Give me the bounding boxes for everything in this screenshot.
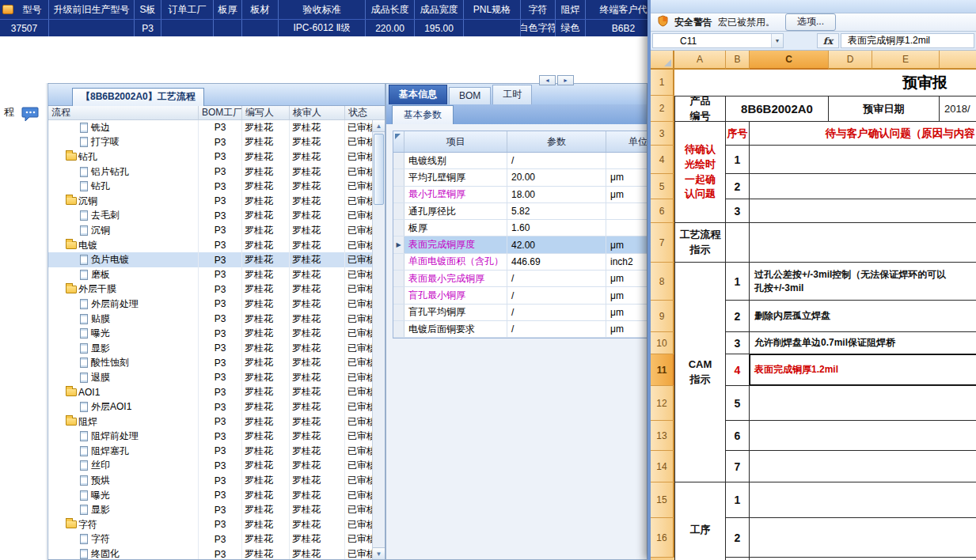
- tree-row-auditor-cell[interactable]: 罗桂花: [290, 444, 345, 459]
- tree-row-auditor-cell[interactable]: 罗桂花: [290, 179, 345, 194]
- param-item-cell[interactable]: 平均孔壁铜厚: [404, 169, 507, 185]
- params-header-item[interactable]: 项目: [404, 131, 507, 152]
- row-indicator[interactable]: [393, 153, 404, 168]
- tree-row-status-cell[interactable]: 已审核: [345, 459, 372, 474]
- tree-row-writer-cell[interactable]: 罗桂花: [242, 532, 290, 547]
- tree-row[interactable]: 沉铜 P3 罗桂花 罗桂花 已审核: [48, 223, 372, 238]
- param-value-cell[interactable]: /: [507, 287, 606, 303]
- row-indicator[interactable]: [393, 203, 404, 219]
- param-row[interactable]: 电镀线别 /: [393, 153, 648, 169]
- tree-row-factory-cell[interactable]: P3: [199, 267, 242, 282]
- tree-row-factory-cell[interactable]: P3: [199, 399, 242, 414]
- tree-row-writer-cell[interactable]: 罗桂花: [242, 399, 290, 414]
- tree-row-status-cell[interactable]: 已审核: [345, 547, 372, 559]
- tree-column-header[interactable]: 核审人: [290, 106, 345, 119]
- tree-row-factory-cell[interactable]: P3: [199, 385, 242, 400]
- confirm-text-cell[interactable]: [750, 199, 976, 223]
- tree-row-name-cell[interactable]: 酸性蚀刻: [48, 356, 199, 371]
- tree-row-auditor-cell[interactable]: 罗桂花: [290, 209, 345, 224]
- tree-row-factory-cell[interactable]: P3: [199, 238, 242, 253]
- product-label-cell[interactable]: 产品 编号: [674, 96, 726, 122]
- param-item-cell[interactable]: 表面最小完成铜厚: [404, 271, 507, 286]
- tree-row-name-cell[interactable]: 退膜: [48, 370, 199, 385]
- tree-row-name-cell[interactable]: 外层前处理: [48, 297, 199, 312]
- seq-header-cell[interactable]: 序号: [726, 122, 750, 146]
- tree-row-auditor-cell[interactable]: 罗桂花: [290, 120, 345, 135]
- toolbar-column-header[interactable]: 订单工厂: [161, 0, 214, 19]
- param-value-cell[interactable]: 42.00: [507, 236, 606, 252]
- param-item-cell[interactable]: 电镀线别: [404, 153, 507, 168]
- param-row[interactable]: 盲孔平均铜厚 / μm: [393, 305, 648, 321]
- excel-row-header[interactable]: 12: [651, 386, 674, 421]
- cam-text-cell[interactable]: 过孔公差按+/-3mil控制（无法保证焊环的可以 孔按+/-3mil: [750, 263, 976, 301]
- param-row[interactable]: 单面电镀面积（含孔） 446.69 inch2: [393, 254, 648, 271]
- row-indicator[interactable]: [393, 220, 404, 236]
- toolbar-value-cell[interactable]: [161, 20, 214, 36]
- sheet-title-cell[interactable]: 预审报: [674, 70, 976, 96]
- excel-row-header[interactable]: 15: [651, 482, 674, 518]
- tree-row-name-cell[interactable]: 丝印: [48, 459, 199, 474]
- tree-row-status-cell[interactable]: 已审核: [345, 326, 372, 341]
- tree-row-writer-cell[interactable]: 罗桂花: [242, 135, 290, 150]
- tree-row-writer-cell[interactable]: 罗桂花: [242, 282, 290, 297]
- toolbar-column-header[interactable]: 成品长度: [366, 0, 415, 19]
- param-unit-cell[interactable]: [606, 203, 648, 219]
- tree-row-name-cell[interactable]: 外层AOI1: [48, 399, 199, 414]
- gongxu-text-cell[interactable]: [750, 482, 976, 518]
- excel-row-header[interactable]: 10: [651, 332, 674, 354]
- toolbar-value-cell[interactable]: IPC-6012 Ⅱ级: [279, 20, 366, 36]
- tree-row-name-cell[interactable]: 负片电镀: [48, 252, 199, 267]
- param-unit-cell[interactable]: μm: [606, 236, 648, 252]
- issues-header-cell[interactable]: 待与客户确认问题（原因与内容）: [750, 122, 976, 146]
- toolbar-column-header[interactable]: 板材: [242, 0, 279, 19]
- params-header-value[interactable]: 参数: [507, 131, 606, 152]
- excel-row-header[interactable]: 9: [651, 301, 674, 332]
- param-item-cell[interactable]: 盲孔平均铜厚: [404, 305, 507, 320]
- excel-column-header[interactable]: E: [872, 51, 940, 70]
- tree-row-factory-cell[interactable]: P3: [199, 252, 242, 267]
- tree-row-writer-cell[interactable]: 罗桂花: [242, 473, 290, 488]
- tree-row-factory-cell[interactable]: P3: [199, 547, 242, 559]
- tree-row-name-cell[interactable]: 终固化: [48, 547, 199, 559]
- tree-row-status-cell[interactable]: 已审核: [345, 238, 372, 253]
- param-value-cell[interactable]: /: [507, 153, 606, 168]
- tree-row-factory-cell[interactable]: P3: [199, 297, 242, 312]
- tree-row-auditor-cell[interactable]: 罗桂花: [290, 517, 345, 532]
- tree-row-factory-cell[interactable]: P3: [199, 194, 242, 209]
- tree-row[interactable]: 阻焊 P3 罗桂花 罗桂花 已审核: [48, 414, 372, 429]
- tree-row-name-cell[interactable]: 曝光: [48, 326, 199, 341]
- tree-row-status-cell[interactable]: 已审核: [345, 399, 372, 414]
- excel-row-header[interactable]: 6: [651, 199, 674, 223]
- tree-row-factory-cell[interactable]: P3: [199, 473, 242, 488]
- cam-section-label-cell[interactable]: CAM 指示: [674, 263, 726, 482]
- param-row[interactable]: 电镀后面铜要求 / μm: [393, 321, 648, 338]
- param-value-cell[interactable]: /: [507, 305, 606, 320]
- tree-row[interactable]: 外层干膜 P3 罗桂花 罗桂花 已审核: [48, 282, 372, 297]
- params-select-all-corner[interactable]: [393, 131, 404, 152]
- tree-row-status-cell[interactable]: 已审核: [345, 473, 372, 488]
- confirm-num-cell[interactable]: 1: [726, 146, 750, 174]
- cam-text-cell[interactable]: [750, 451, 976, 482]
- param-unit-cell[interactable]: μm: [606, 287, 648, 303]
- tree-row-factory-cell[interactable]: P3: [199, 165, 242, 180]
- tree-row-factory-cell[interactable]: P3: [199, 414, 242, 429]
- param-value-cell[interactable]: /: [507, 271, 606, 286]
- param-row[interactable]: 盲孔最小铜厚 / μm: [393, 287, 648, 304]
- gongxu-num-cell[interactable]: 2: [726, 518, 750, 558]
- tree-row[interactable]: 曝光 P3 罗桂花 罗桂花 已审核: [48, 488, 372, 503]
- tree-row-writer-cell[interactable]: 罗桂花: [242, 385, 290, 400]
- tree-row-writer-cell[interactable]: 罗桂花: [242, 267, 290, 282]
- param-row[interactable]: 板厚 1.60: [393, 220, 648, 236]
- tree-row-factory-cell[interactable]: P3: [199, 517, 242, 532]
- excel-row-header[interactable]: 3: [651, 122, 674, 146]
- name-box[interactable]: C11 ▼: [652, 33, 784, 48]
- tree-row-auditor-cell[interactable]: 罗桂花: [290, 297, 345, 312]
- tree-row[interactable]: 电镀 P3 罗桂花 罗桂花 已审核: [48, 238, 372, 253]
- tab-basic-info[interactable]: 基本信息: [389, 85, 447, 104]
- cam-num-cell[interactable]: 3: [726, 332, 750, 354]
- date-label-cell[interactable]: 预审日期: [829, 96, 940, 122]
- tree-row-writer-cell[interactable]: 罗桂花: [242, 502, 290, 517]
- tree-row-name-cell[interactable]: 显影: [48, 502, 199, 517]
- param-unit-cell[interactable]: μm: [606, 321, 648, 337]
- tree-row-auditor-cell[interactable]: 罗桂花: [290, 459, 345, 474]
